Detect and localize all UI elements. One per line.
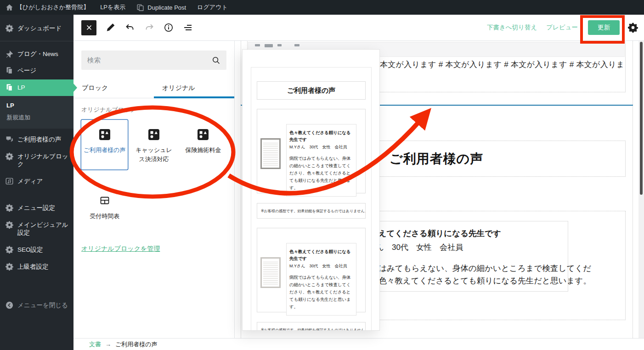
preview-disclaimer: ※お客様の感想です。効果効能を保証するものではありません。 [257,203,366,219]
search-icon [212,56,220,65]
collapse-arrow-icon [6,301,13,309]
sidebar-item-blog[interactable]: ブログ・News [0,46,73,63]
block-inserter-panel: ブロック オリジナル オリジナルブロック ご利用者様の声 キャッシュレス決済対応… [73,41,235,338]
sidebar-item-dashboard[interactable]: ダッシュボード [0,20,73,37]
preview-text-box: 色々教えてくださる頼りになる先生です M.Yさん 30代 女性 会社員 病院では… [286,243,356,316]
preview-page: ご利用者様の声 色々教えてくださる頼りになる先生です M.Yさん 30代 女性 … [251,67,372,331]
menu-separator [0,41,73,41]
lp-submenu: LP 新規追加 [0,96,73,129]
block-default-icon [198,129,209,140]
tab-blocks[interactable]: ブロック [73,78,154,98]
editor-toolbar: 下書きへ切り替え プレビュー 更新 [73,15,644,41]
table-icon [99,195,110,206]
manage-original-blocks-link[interactable]: オリジナルブロックを管理 [81,245,160,253]
switch-to-draft-button[interactable]: 下書きへ切り替え [487,23,537,32]
preview-card-meta: M.Yさん 30代 女性 会社員 [289,263,353,269]
testimonial-title: 色々教えてくださる頼りになる先生です [354,228,596,239]
preview-button[interactable]: プレビュー [546,23,578,32]
admin-top-bar: 【ひがしおおさか整骨院】 LPを表示 Duplicate Post ログアウト [0,0,644,15]
tab-original[interactable]: オリジナル [154,78,234,98]
testimonial-text: 色々教えてくださる頼りになる先生です M.Yさん 30代 女性 会社員 病院では… [354,228,596,287]
block-item-insurance[interactable]: 保険施術料金 [180,120,226,169]
testimonial-meta: M.Yさん 30代 女性 会社員 [354,242,596,253]
preview-text-box: 色々教えてくださる頼りになる先生です M.Yさん 30代 女性 会社員 病院では… [286,124,356,197]
block-item-hours-table[interactable]: 受付時間表 [81,186,128,226]
undo-button[interactable] [125,23,135,33]
sidebar-item-main-visual[interactable]: メインビジュアル設定 [0,217,73,242]
view-lp-link[interactable]: LPを表示 [100,3,125,11]
gear-icon [6,204,13,212]
breadcrumb-document[interactable]: 文書 [89,340,101,349]
preview-testimonial-card: 色々教えてくださる頼りになる先生です M.Yさん 30代 女性 会社員 病院では… [257,109,366,193]
edit-mode-button[interactable] [106,23,116,33]
copy-icon [136,4,144,11]
inserter-tabs: ブロック オリジナル [73,78,234,98]
submenu-item-add-new[interactable]: 新規追加 [0,111,73,124]
sidebar-item-media[interactable]: メディア [0,173,73,190]
preview-card-title: 色々教えてくださる頼りになる先生です [289,248,353,262]
site-title: 【ひがしおおさか整骨院】 [17,3,89,11]
info-button[interactable] [164,23,174,33]
pages-icon [6,84,13,91]
gear-icon [6,152,13,160]
preview-photo [260,138,281,169]
gear-icon [6,263,13,271]
block-default-icon [99,129,110,140]
block-grid: ご利用者様の声 キャッシュレス決済対応 保険施術料金 受付時間表 [81,120,226,226]
close-icon [85,23,93,32]
sidebar-item-voices[interactable]: ご利用者様の声 [0,131,73,148]
gear-icon [6,221,13,229]
preview-card-body: 病院ではみてもらえない、身体の細かいところまで検査してくださり、色々教えてくださ… [289,274,353,310]
testimonial-icon [6,135,13,143]
breadcrumb-arrow: → [105,341,111,348]
preview-card-body: 病院ではみてもらえない、身体の細かいところまで検査してくださり、色々教えてくださ… [289,155,353,192]
section-heading: ご利用者様の声 [390,150,483,168]
search-input[interactable] [87,56,212,64]
admin-sidebar: ダッシュボード ブログ・News ページ LP LP 新規追加 ご利用者様の声 … [0,15,73,350]
sidebar-item-lp[interactable]: LP [0,79,73,96]
preview-disclaimer: ※お客様の感想です。効果効能を保証するものではありません。 [257,322,366,331]
media-icon [6,177,13,185]
sidebar-collapse-menu[interactable]: メニューを閉じる [0,297,73,314]
settings-gear-icon[interactable] [628,23,638,33]
home-icon [6,4,13,11]
block-default-icon [148,129,159,140]
scrollbar-thumb[interactable] [640,42,643,195]
admin-bar-site[interactable]: 【ひがしおおさか整骨院】 [6,3,89,11]
testimonial-body: 病院ではみてもらえない、身体の細かいところまで検査してくださり、色々教えてくださ… [354,262,596,287]
redo-button[interactable] [144,23,154,33]
breadcrumb-current: ご利用者様の声 [115,340,158,349]
sidebar-item-advanced[interactable]: 上級者設定 [0,259,73,276]
gear-icon [6,246,13,254]
sidebar-item-original-block[interactable]: オリジナルブロック [0,148,73,173]
preview-card-meta: M.Yさん 30代 女性 会社員 [289,144,353,150]
breadcrumb-bar: 文書 → ご利用者様の声 [73,338,644,350]
sidebar-item-pages[interactable]: ページ [0,62,73,79]
sidebar-item-menu-settings[interactable]: メニュー設定 [0,200,73,217]
preview-testimonial-card: 色々教えてくださる頼りになる先生です M.Yさん 30代 女性 会社員 病院では… [257,228,366,312]
sidebar-item-seo[interactable]: SEO設定 [0,242,73,259]
block-search[interactable] [81,51,226,70]
block-preview-popup: ご利用者様の声 色々教えてくださる頼りになる先生です M.Yさん 30代 女性 … [242,49,380,331]
update-button[interactable]: 更新 [588,20,620,35]
block-item-cashless[interactable]: キャッシュレス決済対応 [130,120,177,169]
close-inserter-button[interactable] [81,20,96,35]
block-item-voices[interactable]: ご利用者様の声 [81,120,128,169]
pages-icon [6,67,13,74]
logout-link[interactable]: ログアウト [197,3,228,11]
submenu-item-lp[interactable]: LP [0,100,73,111]
preview-heading: ご利用者様の声 [257,81,366,100]
duplicate-post-link[interactable]: Duplicate Post [136,4,186,11]
outline-button[interactable] [183,23,193,33]
preview-photo [260,257,281,288]
preview-card-title: 色々教えてくださる頼りになる先生です [289,129,353,143]
gear-icon [6,24,13,32]
pin-icon [6,50,13,58]
inserter-section-title: オリジナルブロック [81,106,226,114]
